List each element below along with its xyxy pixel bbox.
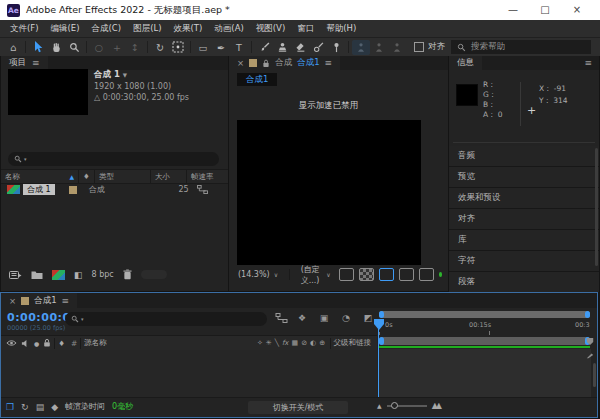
- menu-item-composition[interactable]: 合成(C): [86, 23, 128, 35]
- resolution-dropdown[interactable]: (自定义...) ∨: [298, 268, 334, 281]
- orbit-camera-tool[interactable]: ○: [90, 40, 108, 55]
- rotate-tool[interactable]: ↻: [151, 40, 169, 55]
- pen-tool[interactable]: ✒: [212, 40, 230, 55]
- transparency-grid-icon[interactable]: [359, 268, 374, 281]
- mask-visibility-icon[interactable]: [379, 268, 394, 281]
- panel-menu-icon[interactable]: ≡: [584, 58, 592, 68]
- close-button[interactable]: ×: [561, 0, 593, 20]
- menu-item-help[interactable]: 帮助(H): [320, 23, 362, 35]
- composition-viewport[interactable]: [237, 120, 421, 265]
- interpret-footage-icon[interactable]: [9, 270, 22, 280]
- eye-icon[interactable]: [6, 339, 17, 347]
- shy-layers-icon[interactable]: ▣: [316, 313, 332, 323]
- puppet-person-tool-3[interactable]: [388, 40, 406, 55]
- layer-number-column[interactable]: #: [71, 339, 77, 348]
- viewer-comp-subtab[interactable]: 合成1: [237, 73, 277, 86]
- pan-behind-tool[interactable]: [169, 40, 187, 55]
- fx-switch-icon[interactable]: fx: [280, 339, 290, 347]
- menu-item-edit[interactable]: 编辑(E): [45, 23, 86, 35]
- label-color-swatch[interactable]: [69, 186, 77, 194]
- dolly-camera-tool[interactable]: ↕: [126, 40, 144, 55]
- mini-flowchart-icon[interactable]: [275, 313, 288, 323]
- selection-tool[interactable]: [29, 40, 47, 55]
- help-search-field[interactable]: 搜索帮助: [451, 40, 591, 54]
- menu-item-effect[interactable]: 效果(T): [168, 23, 209, 35]
- comp-shield-icon[interactable]: [586, 337, 594, 346]
- snap-checkbox[interactable]: [414, 42, 424, 52]
- playhead-marker[interactable]: [374, 319, 384, 330]
- threed-switch-icon[interactable]: ⊕: [318, 339, 327, 347]
- panel-tab-audio[interactable]: 音频: [449, 146, 599, 167]
- snapshot-icon[interactable]: [339, 268, 354, 281]
- maximize-button[interactable]: □: [529, 0, 561, 20]
- panel-tab-paragraph[interactable]: 段落: [449, 272, 599, 293]
- menu-item-view[interactable]: 视图(V): [250, 23, 291, 35]
- frame-blend-switch-icon[interactable]: ▦: [290, 339, 300, 347]
- live-update-icon[interactable]: ❐: [6, 402, 14, 412]
- zoom-in-mountains-icon[interactable]: ▲▲: [432, 401, 440, 410]
- panel-menu-icon[interactable]: ≡: [325, 58, 333, 68]
- rectangle-tool[interactable]: ▭: [194, 40, 212, 55]
- frame-blend-global-icon[interactable]: ▤: [36, 402, 45, 412]
- region-of-interest-icon[interactable]: [399, 268, 414, 281]
- source-name-column[interactable]: 源名称: [84, 338, 107, 348]
- zoom-slider-track[interactable]: [387, 405, 427, 407]
- menu-item-file[interactable]: 文件(F): [4, 23, 45, 35]
- quality-switch-icon[interactable]: ╲: [273, 339, 280, 347]
- motion-blur-switch-icon[interactable]: ⊘: [300, 339, 309, 347]
- new-folder-icon[interactable]: [31, 270, 43, 280]
- panel-tab-preview[interactable]: 预览: [449, 167, 599, 188]
- track-area[interactable]: [378, 349, 591, 397]
- layer-list-area[interactable]: [1, 350, 377, 397]
- playhead-line[interactable]: [378, 329, 379, 397]
- new-composition-icon[interactable]: [52, 270, 65, 280]
- navigator-end-handle[interactable]: [585, 311, 590, 318]
- home-tool[interactable]: ⌂: [4, 40, 22, 55]
- motion-blur-icon[interactable]: ◔: [338, 313, 354, 323]
- puppet-person-tool-1[interactable]: [352, 40, 370, 55]
- lock-icon[interactable]: [43, 338, 51, 348]
- tab-project[interactable]: 项目 ≡: [1, 56, 48, 70]
- menu-item-animation[interactable]: 动画(A): [208, 23, 249, 35]
- audio-icon[interactable]: [21, 339, 30, 348]
- work-area-bar[interactable]: [379, 337, 590, 345]
- panel-menu-icon[interactable]: ≡: [32, 58, 40, 68]
- guides-icon[interactable]: [419, 268, 434, 281]
- puppet-person-tool-2[interactable]: [370, 40, 388, 55]
- close-icon[interactable]: ×: [237, 58, 244, 68]
- comp-marker-bin-icon[interactable]: [586, 351, 594, 359]
- project-search-field[interactable]: ▾: [8, 152, 219, 166]
- panel-tab-character[interactable]: 字符: [449, 251, 599, 272]
- column-tag[interactable]: ♦: [78, 170, 94, 183]
- column-size[interactable]: 大小: [150, 170, 186, 183]
- tab-info[interactable]: 信息: [449, 56, 482, 70]
- toggle-switches-modes-button[interactable]: 切换开关/模式: [248, 401, 348, 414]
- work-area-start-handle[interactable]: [379, 337, 384, 345]
- roto-brush-tool[interactable]: [309, 40, 327, 55]
- scrollbar[interactable]: [595, 148, 598, 266]
- panel-tab-effects-presets[interactable]: 效果和预设: [449, 188, 599, 209]
- timeline-search-field[interactable]: ▾: [65, 312, 267, 326]
- puppet-pin-tool[interactable]: [327, 40, 345, 55]
- tab-composition[interactable]: × 合成 合成1 ≡: [229, 56, 340, 70]
- close-icon[interactable]: ×: [9, 296, 16, 306]
- clone-stamp-tool[interactable]: [273, 40, 291, 55]
- minimize-button[interactable]: —: [497, 0, 529, 20]
- column-name[interactable]: 名称 ▲: [1, 170, 78, 183]
- label-column-icon[interactable]: ♦: [58, 339, 65, 348]
- column-framerate[interactable]: 帧速率: [186, 170, 228, 183]
- zoom-tool[interactable]: [65, 40, 83, 55]
- hand-tool[interactable]: [47, 40, 65, 55]
- time-navigator-bar[interactable]: [379, 311, 590, 318]
- zoom-dropdown[interactable]: (14.3%) ∨: [235, 268, 281, 281]
- tab-timeline-comp[interactable]: × 合成1 ≡: [1, 293, 77, 308]
- scrollbar[interactable]: [593, 363, 596, 387]
- panel-menu-icon[interactable]: ≡: [62, 296, 70, 306]
- caret-down-icon[interactable]: ▼: [123, 72, 127, 78]
- brush-tool[interactable]: [255, 40, 273, 55]
- column-type[interactable]: 类型: [94, 170, 150, 183]
- panel-tab-libraries[interactable]: 库: [449, 230, 599, 251]
- parent-link-column[interactable]: 父级和链接: [334, 338, 372, 348]
- solo-icon[interactable]: ●: [34, 340, 39, 347]
- motion-blur-global-icon[interactable]: ◆: [51, 402, 58, 412]
